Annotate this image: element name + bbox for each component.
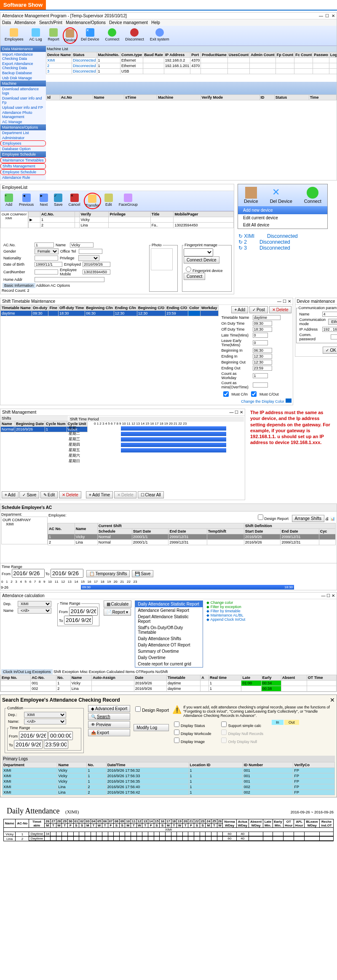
report-menu-item[interactable]: Staff's On-Duty/Off-Duty Timetable (135, 625, 203, 635)
emp-add-button[interactable]: +Add (2, 193, 16, 209)
emp-facegroup-button[interactable]: FaceGroup (116, 193, 140, 209)
search-title: Search Employee's Attendance Checking Re… (2, 697, 120, 703)
device-row[interactable]: XIMIDisconnected1Ethernet192.168.0.24370 (46, 58, 337, 63)
menu-edit-device[interactable]: Edit current device (238, 214, 327, 221)
tt-add-button[interactable]: + Add (231, 306, 248, 313)
device-row[interactable]: 3Disconnected1USB (46, 69, 337, 74)
side-link[interactable]: ◆ Maintenance AL/BL (206, 613, 245, 617)
device-row[interactable]: 2Disconnected1Ethernet192.168.1.2014370 (46, 63, 337, 69)
sched-save-button[interactable]: 💾 Save (132, 570, 153, 577)
side-timetables[interactable]: Maintenance Timetables (0, 157, 46, 163)
emp-edit-button[interactable]: Edit (102, 193, 115, 209)
ip-input[interactable] (322, 327, 337, 332)
side-photo[interactable]: Attendance Photo Management (0, 110, 46, 119)
change-color-link[interactable]: Change the Display Color (241, 399, 284, 404)
calc-grid: Emp No.AC-No.No.NameAuto-AssignDateTimet… (0, 675, 337, 692)
emp-cancel-button[interactable]: ✕Cancel (66, 193, 83, 209)
search-window: Search Employee's Attendance Checking Re… (0, 695, 337, 797)
connect-button[interactable]: Connect (103, 27, 122, 44)
main-toolbar: Employees AC Log Report Device ✕Del Devi… (0, 26, 337, 46)
emp-transfer-button[interactable]: Transfer (84, 193, 101, 209)
close-icon[interactable]: ✕ (330, 697, 335, 703)
arrange-shifts-button[interactable]: Arrange Shifts (292, 515, 324, 522)
emp-next-button[interactable]: ►Next (37, 193, 51, 209)
side-link[interactable]: ◆ Filter by exception (206, 605, 245, 609)
gender-select[interactable]: Female (35, 248, 59, 254)
primary-logs-tab[interactable]: Primary Logs (2, 756, 335, 762)
emp-prev-button[interactable]: ◄Previous (16, 193, 36, 209)
temp-shifts-button[interactable]: 📋 Temporary Shifts (86, 570, 130, 577)
report-button[interactable]: Report (45, 27, 62, 44)
side-dllogs[interactable]: Download attendance logs (0, 86, 46, 96)
menubar[interactable]: Data Attendance Search/Print Maintenance… (0, 19, 337, 26)
side-link[interactable]: ◆ Append Clock In/Out (206, 617, 245, 622)
menu-edit-all[interactable]: Edit All device (238, 221, 327, 229)
report-dropdown-button[interactable]: 📄 Report ▾ (104, 608, 131, 616)
export-button[interactable]: 📤 Export (88, 729, 130, 736)
deldevice-button[interactable]: ✕Del Device (78, 27, 102, 44)
side-group-maint: Maintenance/Options (0, 124, 46, 130)
side-link[interactable]: ◆ Filter by timetable (206, 609, 245, 613)
sm-save-button[interactable]: ✓ Save (19, 491, 39, 498)
side-import[interactable]: Import Attendance Checking Data (0, 52, 46, 61)
aclog-button[interactable]: AC Log (27, 27, 45, 44)
side-export[interactable]: Export Attendance Checking Data (0, 61, 46, 70)
window-controls[interactable]: — ☐ ✕ (319, 13, 335, 18)
side-empsched[interactable]: Employee Schedule (0, 169, 46, 175)
side-upload[interactable]: Upload user info and FP (0, 105, 46, 110)
device-maint-window: Device maintenance✕ Communication param … (295, 298, 337, 357)
adv-export-button[interactable]: ◆ Advanced Export (88, 705, 130, 712)
sm-add-button[interactable]: + Add (2, 491, 19, 498)
report-menu-item[interactable]: Summary of Overtime (135, 648, 203, 654)
report-menu-item[interactable]: Create report for current grid (135, 661, 203, 667)
connect-device-button[interactable]: Connect Device (184, 256, 219, 264)
calculate-button[interactable]: ▦ Calculate (104, 600, 132, 608)
name-input[interactable] (70, 242, 94, 248)
dob-input[interactable] (35, 262, 62, 267)
report-menu-item[interactable]: Daily Overtime (135, 654, 203, 661)
side-backup[interactable]: Backup Database (0, 70, 46, 75)
employees-button[interactable]: Employees (2, 27, 26, 44)
modify-log-button[interactable]: Modify Log (134, 724, 169, 731)
report-menu-item[interactable]: Attendance General Report (135, 607, 203, 614)
sm-edit-button[interactable]: ✎ Edit (40, 491, 58, 498)
zoom-device-button[interactable]: Device (238, 184, 264, 206)
side-attrule[interactable]: Attendance Rule (0, 175, 46, 180)
menu-add-device[interactable]: Add new device (238, 206, 327, 214)
tt-delete-button[interactable]: ✕ Delete (269, 306, 292, 313)
side-group-machine: Machine (0, 81, 46, 86)
sm-delete-button[interactable]: ✕ Delete (59, 491, 81, 498)
device-button[interactable]: Device (63, 27, 78, 44)
side-admin[interactable]: Administrator (0, 135, 46, 140)
side-dept[interactable]: Department List (0, 130, 46, 135)
disconnect-button[interactable]: Disconnect (123, 27, 147, 44)
tt-post-button[interactable]: ✓ Post (249, 306, 268, 313)
side-db[interactable]: Database Option (0, 146, 46, 151)
schedule-window: Schedule Employee's AC Department: OUR C… (0, 503, 337, 590)
side-usb[interactable]: Usb Disk Manage (0, 75, 46, 81)
acno-input[interactable] (35, 242, 54, 248)
report-menu-item[interactable]: Daily Attendance Statistic Report (135, 601, 203, 607)
exit-button[interactable]: Exit system (147, 27, 172, 44)
side-acmanage[interactable]: AC Manage (0, 119, 46, 124)
side-employees[interactable]: Employees (0, 140, 46, 146)
zoom-connect-button[interactable]: Connect (298, 184, 327, 206)
tab-machinelist[interactable]: Machine List (47, 47, 68, 51)
side-shifts[interactable]: Shifts Management (0, 163, 46, 169)
sm-clear-button[interactable]: ☐ Clear All (138, 491, 164, 498)
search-button[interactable]: 🔍 Search (88, 713, 130, 720)
preview-button[interactable]: 👁 Preview (88, 721, 130, 728)
zoom-deldevice-button[interactable]: ✕Del Device (264, 184, 298, 206)
sm-addtime-button[interactable]: + Add Time (86, 491, 113, 498)
dm-ok-button[interactable]: ✓ OK (323, 347, 337, 354)
emp-title: EmployeeList (2, 185, 27, 190)
logs-grid: DepartmentNameNo.Date/TimeLocation IDID … (2, 762, 335, 795)
side-link[interactable]: ◆ Change color (206, 600, 245, 605)
emp-save-button[interactable]: ✓Save (51, 193, 65, 209)
report-menu-item[interactable]: Daily Attendance Shifts (135, 635, 203, 642)
company-tree[interactable]: OUR COMPANY (2, 213, 27, 216)
report-menu-item[interactable]: Depart Attendance Statistic Report (135, 614, 203, 625)
report-menu-item[interactable]: Daily Attendance OT Report (135, 642, 203, 648)
sm-deltime-button[interactable]: ✕ Delete (114, 491, 136, 498)
side-dluser[interactable]: Download user info and Fp (0, 96, 46, 105)
